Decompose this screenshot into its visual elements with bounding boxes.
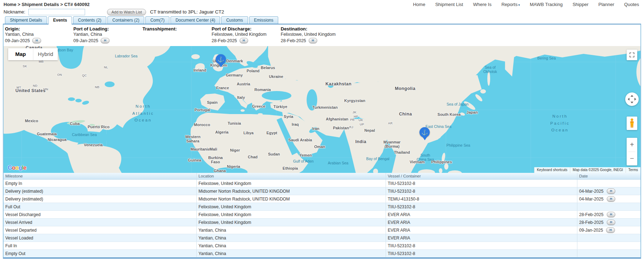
history-button[interactable]: H	[240, 38, 248, 43]
map-attribution: Keyboard shortcutsMap data ©2025 Google,…	[534, 167, 640, 173]
add-to-watch-list-button[interactable]: Add to Watch List	[107, 9, 146, 15]
zoom-out-button[interactable]: −	[627, 152, 637, 165]
cell-milestone: Vessel Arrived	[4, 219, 196, 226]
cell-location: Midsomer Norton Radstock, UNITED KINGDOM	[196, 195, 386, 203]
nickname-label: Nickname:	[4, 9, 25, 15]
history-button[interactable]: H	[309, 38, 318, 43]
cell-vessel-container: TIIU-523102-8	[386, 187, 577, 195]
cell-milestone: Full In	[4, 242, 196, 249]
column-header-milestone: Milestone	[4, 173, 196, 179]
nickname-row: Nickname: Add to Watch List CT transmitt…	[0, 8, 644, 16]
tab-emissions[interactable]: Emissions	[249, 16, 279, 24]
route-date: 28-Feb-2025H	[212, 38, 281, 43]
cell-date	[577, 203, 640, 210]
breadcrumb[interactable]: Home > Shipment Details > CT# 640092	[4, 2, 90, 7]
route-label: Port of Loading:	[73, 26, 142, 32]
history-button[interactable]: H	[606, 227, 615, 233]
cell-vessel-container: TEMU-413150-8	[386, 195, 577, 203]
table-row: Empty InFelixstowe, United KingdomTIIU-5…	[4, 180, 640, 187]
port-marker[interactable]: ⚓	[216, 54, 226, 64]
cell-vessel-container: TIIU-523102-8	[386, 242, 577, 249]
cell-milestone: Empty Out	[4, 250, 196, 257]
cell-milestone: Vessel Loaded	[4, 234, 196, 242]
route-date-text: 09-Jan-2025	[5, 38, 30, 43]
cell-milestone: Delivery (estimated)	[4, 187, 196, 195]
column-header-vessel-container: Vessel / Container	[386, 173, 577, 179]
google-logo-letter: g	[19, 165, 22, 171]
tab-customs[interactable]: Customs	[221, 16, 248, 24]
tab-contents-2-[interactable]: Contents (2)	[73, 16, 106, 24]
map-type-hybrid[interactable]: Hybrid	[33, 48, 58, 60]
tab-events[interactable]: Events	[48, 16, 72, 24]
zoom-in-button[interactable]: +	[627, 138, 637, 152]
fullscreen-button[interactable]	[627, 50, 637, 60]
cell-date	[577, 242, 640, 249]
cell-milestone: Delivery (estimated)	[4, 195, 196, 203]
history-button[interactable]: H	[32, 38, 41, 43]
history-button[interactable]: H	[607, 196, 616, 202]
cell-location: Felixstowe, United Kingdom	[196, 203, 386, 210]
table-row: Vessel DepartedYantian, ChinaEVER ARIA09…	[4, 226, 640, 234]
pegman-button[interactable]	[627, 117, 637, 130]
date-text: 28-Feb-2025	[579, 220, 604, 225]
anchor-icon: ⚓	[421, 129, 428, 136]
route-value: Felixstowe, United Kingdom	[281, 32, 640, 37]
date-text: 28-Feb-2025	[579, 212, 604, 217]
route-value	[142, 32, 212, 37]
history-button[interactable]: H	[101, 38, 110, 43]
cell-location: Felixstowe, United Kingdom	[196, 211, 386, 218]
pegman-icon	[629, 118, 635, 128]
nav-item-reports[interactable]: Reports▾	[502, 2, 520, 7]
column-header-date: Date	[577, 173, 640, 179]
dropdown-caret-icon: ▾	[518, 3, 520, 7]
route-label: Destination:	[281, 26, 640, 32]
nav-item-quotes[interactable]: Quotes	[624, 2, 639, 7]
cell-location: Yantian, China	[196, 234, 386, 242]
terms-link[interactable]: Terms	[626, 167, 640, 173]
main-nav: HomeShipment ListWhere IsReports▾MAWB Tr…	[413, 2, 639, 7]
route-value: Felixstowe, United Kingdom	[212, 32, 281, 37]
history-button[interactable]: H	[607, 220, 616, 225]
table-body: Empty InFelixstowe, United KingdomTIIU-5…	[4, 180, 640, 258]
nav-item-planner[interactable]: Planner	[598, 2, 614, 7]
route-summary: Origin:Yantian, China09-Jan-2025HPort of…	[4, 24, 640, 46]
tab-com-7-[interactable]: Com(7)	[145, 16, 169, 24]
table-row: Vessel DischargedFelixstowe, United King…	[4, 211, 640, 219]
history-button[interactable]: H	[607, 188, 616, 194]
route-date: 09-Jan-2025H	[73, 38, 142, 43]
tab-bar: Shipment DetailsEventsContents (2)Contai…	[0, 16, 644, 24]
nav-item-where-is[interactable]: Where Is	[473, 2, 492, 7]
nav-item-shipment-list[interactable]: Shipment List	[435, 2, 463, 7]
google-logo[interactable]: Google	[8, 165, 26, 171]
cell-date	[577, 180, 640, 187]
cell-vessel-container: EVER ARIA	[386, 219, 577, 226]
cell-milestone: Vessel Discharged	[4, 211, 196, 218]
map-type-map[interactable]: Map	[8, 48, 33, 60]
nav-item-home[interactable]: Home	[413, 2, 425, 7]
nav-item-mawb-tracking[interactable]: MAWB Tracking	[530, 2, 563, 7]
history-button[interactable]: H	[607, 212, 616, 217]
cell-vessel-container: EVER ARIA	[386, 211, 577, 218]
table-row: Delivery (estimated)Midsomer Norton Rads…	[4, 187, 640, 195]
nickname-input[interactable]	[28, 9, 85, 15]
shipment-map[interactable]: CanadaHudson BayLabrador SeaSKMBONQCNLNB…	[4, 46, 640, 173]
cell-vessel-container: TIIU-523102-8	[386, 180, 577, 187]
nav-item-shipper[interactable]: Shipper	[572, 2, 588, 7]
table-header: MilestoneLocationVessel / ContainerDate	[4, 173, 640, 180]
keyboard-shortcuts-link[interactable]: Keyboard shortcuts	[534, 167, 570, 173]
tab-shipment-details[interactable]: Shipment Details	[5, 16, 47, 24]
tab-containers-2-[interactable]: Containers (2)	[107, 16, 144, 24]
date-text: 09-Jan-2025	[579, 228, 603, 233]
world-map-graphic	[4, 46, 640, 173]
port-marker[interactable]: ⚓	[420, 127, 430, 137]
pan-control[interactable]	[625, 92, 639, 106]
tab-document-center-4-[interactable]: Document Center (4)	[170, 16, 220, 24]
cell-milestone: Empty In	[4, 180, 196, 187]
table-row: Full OutFelixstowe, United KingdomTIIU-5…	[4, 203, 640, 211]
date-text: 04-Mar-2025	[579, 189, 604, 194]
milestones-table: MilestoneLocationVessel / ContainerDate …	[4, 173, 640, 258]
google-logo-letter: o	[12, 165, 15, 171]
cell-location: Felixstowe, United Kingdom	[196, 180, 386, 187]
cell-vessel-container: TIIU-523102-8	[386, 250, 577, 257]
table-row: Empty OutYantian, ChinaTIIU-523102-8	[4, 250, 640, 258]
